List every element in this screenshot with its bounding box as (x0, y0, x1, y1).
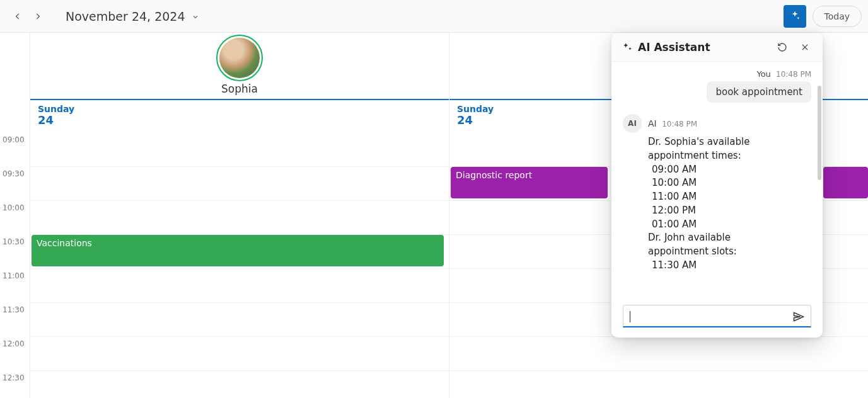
today-button-label: Today (825, 11, 850, 21)
sparkles-icon (622, 42, 633, 53)
date-range-picker[interactable]: November 24, 2024 (66, 9, 199, 23)
ai-slot-option[interactable]: 10:00 AM (648, 176, 793, 190)
user-message-text: book appointment (715, 86, 802, 98)
event-diagnostic-report[interactable]: Diagnostic report (451, 167, 608, 198)
user-message-meta: You 10:48 PM (623, 69, 811, 79)
event-title: Vaccinations (37, 238, 92, 248)
ai-message-meta: AI AI 10:48 PM (623, 114, 811, 133)
time-label: 11:00 (3, 271, 25, 280)
ai-panel-header: AI Assistant (611, 33, 823, 62)
time-label: 10:30 (3, 237, 25, 246)
ai-conversation[interactable]: You 10:48 PM book appointment AI AI 10:4… (611, 62, 823, 298)
toolbar: November 24, 2024 Today (0, 0, 868, 33)
time-label: 11:30 (3, 305, 25, 314)
ai-time-label: 10:48 PM (662, 120, 697, 128)
ai-slot-option[interactable]: 12:00 PM (648, 204, 793, 218)
avatar (216, 35, 263, 81)
event-title: Diagnostic report (456, 170, 532, 180)
day-of-week-label: Sunday (38, 104, 441, 114)
close-button[interactable] (796, 38, 814, 56)
refresh-button[interactable] (773, 38, 791, 56)
resource-column-sophia: Sophia Sunday 24 Vaccinations (30, 33, 449, 398)
chevron-down-icon (192, 9, 199, 23)
ai-reply-line: Dr. Sophia's available appointment times… (648, 135, 793, 163)
send-button[interactable] (790, 309, 807, 325)
ai-slot-option[interactable]: 11:00 AM (648, 190, 793, 204)
user-time-label: 10:48 PM (776, 70, 811, 79)
time-grid[interactable]: Vaccinations (30, 133, 449, 398)
time-gutter: 09:00 09:30 10:00 10:30 11:00 11:30 12:0… (0, 33, 30, 398)
nav-next-button[interactable] (28, 6, 48, 26)
time-label: 12:30 (3, 373, 25, 382)
ai-message-body: Dr. Sophia's available appointment times… (648, 135, 793, 273)
ai-text-field[interactable] (630, 310, 788, 322)
event-vaccinations[interactable]: Vaccinations (32, 235, 444, 266)
ai-text-input[interactable] (623, 305, 811, 327)
time-label: 09:00 (3, 135, 25, 144)
resource-name-label: Sophia (221, 82, 258, 95)
ai-avatar: AI (623, 114, 642, 133)
sparkles-icon (789, 10, 801, 23)
time-label: 10:00 (3, 203, 25, 212)
ai-reply-line: Dr. John available appointment slots: (648, 231, 793, 259)
ai-slot-option[interactable]: 09:00 AM (648, 163, 793, 177)
resource-header: Sophia (30, 33, 449, 100)
date-range-label: November 24, 2024 (66, 9, 185, 23)
ai-assistant-panel: AI Assistant You 10:48 PM book appointme… (611, 33, 823, 338)
time-label: 09:30 (3, 169, 25, 178)
ai-slot-option[interactable]: 01:00 AM (648, 218, 793, 232)
ai-input-area (611, 298, 823, 338)
user-message-bubble: book appointment (707, 81, 811, 103)
text-caret (630, 311, 630, 322)
scrollbar-thumb[interactable] (818, 86, 821, 180)
time-label: 12:00 (3, 339, 25, 348)
ai-name-label: AI (648, 118, 657, 128)
ai-slot-option[interactable]: 11:30 AM (648, 259, 793, 273)
user-name-label: You (756, 69, 770, 79)
today-button[interactable]: Today (813, 6, 862, 27)
event-partial[interactable] (823, 167, 868, 198)
day-header[interactable]: Sunday 24 (30, 100, 449, 133)
day-of-month-label: 24 (38, 114, 441, 127)
nav-prev-button[interactable] (8, 6, 28, 26)
ai-panel-title: AI Assistant (638, 41, 768, 54)
ai-assistant-launch-button[interactable] (784, 5, 806, 28)
